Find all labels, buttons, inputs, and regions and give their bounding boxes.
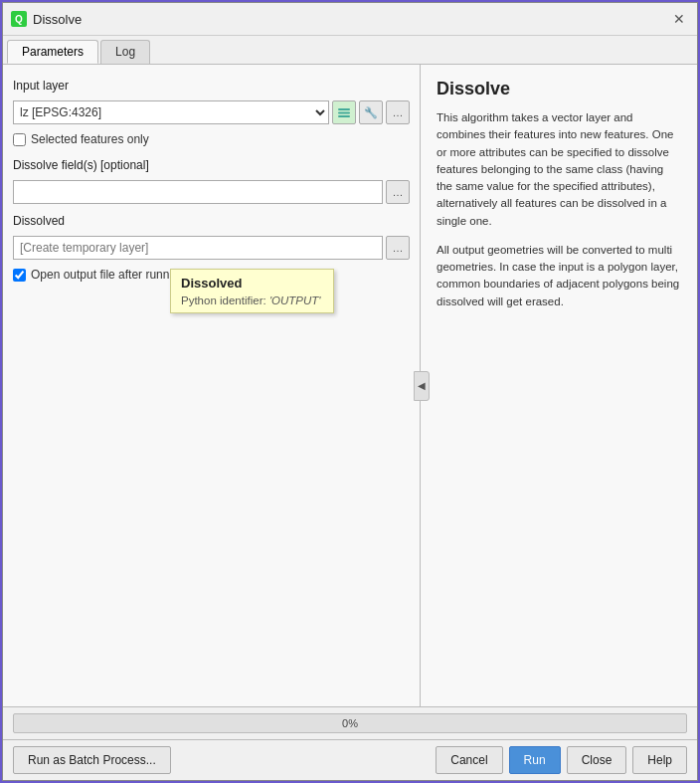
svg-rect-1 — [338, 112, 350, 114]
dissolve-fields-row: 1 options selected … — [13, 180, 410, 204]
input-layer-label: Input layer — [13, 79, 410, 93]
dissolved-label: Dissolved — [13, 214, 410, 228]
window-close-button[interactable]: ✕ — [669, 9, 689, 29]
panel-title: Dissolve — [437, 79, 681, 99]
bottom-right-buttons: Cancel Run Close Help — [436, 746, 687, 774]
more-icon: … — [393, 106, 404, 118]
window-title: Dissolve — [33, 12, 82, 27]
tooltip-code: 'OUTPUT' — [269, 294, 321, 306]
select-layer-button[interactable] — [332, 100, 356, 124]
tooltip-title: Dissolved — [181, 276, 323, 291]
bottom-left-buttons: Run as Batch Process... — [13, 746, 171, 774]
title-bar: Q Dissolve ✕ — [3, 3, 697, 36]
dissolved-more-button[interactable]: … — [386, 236, 410, 260]
description-1: This algorithm takes a vector layer and … — [437, 109, 681, 230]
selected-features-label[interactable]: Selected features only — [31, 132, 149, 146]
tab-bar: Parameters Log — [3, 36, 697, 65]
svg-rect-0 — [338, 108, 350, 110]
input-layer-select[interactable]: lz [EPSG:4326] — [13, 100, 329, 124]
svg-rect-2 — [338, 115, 350, 117]
main-content: Input layer lz [EPSG:4326] 🔧 … — [3, 65, 697, 706]
tooltip-sub-label: Python identifier: — [181, 294, 266, 306]
description-2: All output geometries will be converted … — [437, 242, 681, 310]
tab-parameters[interactable]: Parameters — [7, 40, 98, 64]
tooltip-sub: Python identifier: 'OUTPUT' — [181, 294, 323, 306]
more-icon-2: … — [393, 186, 404, 198]
dissolve-fields-input[interactable]: 1 options selected — [13, 180, 383, 204]
more-options-button[interactable]: … — [386, 100, 410, 124]
selected-features-row: Selected features only — [13, 132, 410, 146]
bottom-bar: Run as Batch Process... Cancel Run Close… — [3, 739, 697, 780]
cancel-button[interactable]: Cancel — [436, 746, 502, 774]
help-button[interactable]: Help — [632, 746, 687, 774]
more-icon-3: … — [393, 242, 404, 254]
progress-label: 0% — [342, 717, 358, 729]
right-panel: Dissolve This algorithm takes a vector l… — [421, 65, 697, 706]
close-button[interactable]: Close — [567, 746, 627, 774]
app-icon: Q — [11, 11, 27, 27]
run-button[interactable]: Run — [509, 746, 561, 774]
selected-features-checkbox[interactable] — [13, 133, 26, 146]
layer-icon — [337, 105, 351, 119]
batch-process-button[interactable]: Run as Batch Process... — [13, 746, 171, 774]
settings-button[interactable]: 🔧 — [359, 100, 383, 124]
dissolve-window: Q Dissolve ✕ Parameters Log Input layer … — [2, 2, 698, 781]
collapse-arrow[interactable]: ◀ — [414, 371, 430, 401]
dissolved-input[interactable] — [13, 236, 383, 260]
left-panel: Input layer lz [EPSG:4326] 🔧 … — [3, 65, 421, 706]
input-layer-row: lz [EPSG:4326] 🔧 … — [13, 100, 410, 124]
progress-area: 0% — [3, 706, 697, 739]
tab-log[interactable]: Log — [100, 40, 150, 64]
wrench-icon: 🔧 — [364, 106, 378, 119]
tooltip: Dissolved Python identifier: 'OUTPUT' — [170, 269, 334, 313]
arrow-left-icon: ◀ — [418, 380, 426, 391]
dissolved-row: … — [13, 236, 410, 260]
dissolve-fields-more-button[interactable]: … — [386, 180, 410, 204]
title-bar-left: Q Dissolve — [11, 11, 82, 27]
open-output-checkbox[interactable] — [13, 269, 26, 282]
dissolve-fields-label: Dissolve field(s) [optional] — [13, 158, 410, 172]
progress-bar-container: 0% — [13, 713, 687, 733]
